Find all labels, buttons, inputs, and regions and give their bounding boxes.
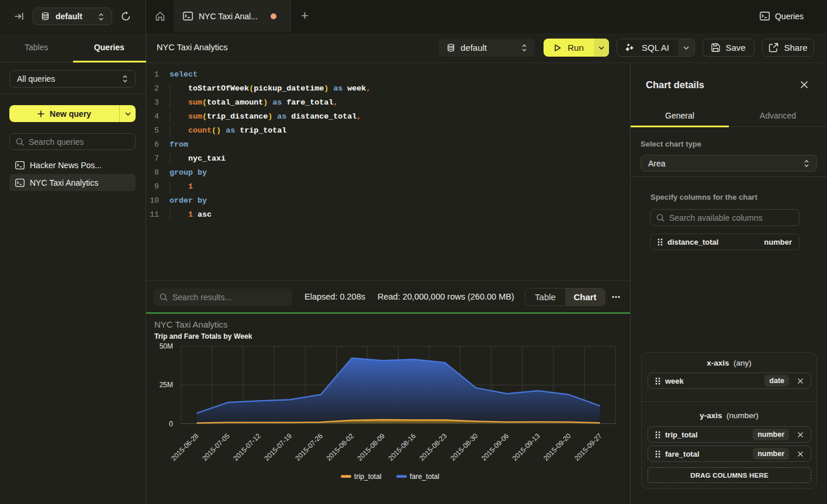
svg-text:Trip and Fare Totals by Week: Trip and Fare Totals by Week xyxy=(154,332,252,340)
svg-text:0: 0 xyxy=(169,420,173,428)
svg-text:2015-09-06: 2015-09-06 xyxy=(480,432,511,463)
svg-text:2015-09-27: 2015-09-27 xyxy=(573,432,604,463)
svg-text:50M: 50M xyxy=(160,342,173,350)
svg-text:2015-08-23: 2015-08-23 xyxy=(418,432,449,463)
svg-text:2015-08-09: 2015-08-09 xyxy=(356,432,387,463)
svg-text:2015-08-16: 2015-08-16 xyxy=(387,432,418,463)
svg-text:2015-08-30: 2015-08-30 xyxy=(449,432,480,463)
svg-text:2015-09-13: 2015-09-13 xyxy=(511,432,542,463)
svg-text:2015-07-05: 2015-07-05 xyxy=(200,432,231,463)
svg-text:trip_total: trip_total xyxy=(354,472,382,481)
svg-text:2015-07-19: 2015-07-19 xyxy=(262,432,293,463)
svg-text:NYC Taxi Analytics: NYC Taxi Analytics xyxy=(154,319,228,329)
svg-text:2015-08-02: 2015-08-02 xyxy=(324,432,355,463)
svg-text:fare_total: fare_total xyxy=(410,472,440,481)
svg-text:2015-07-26: 2015-07-26 xyxy=(293,432,324,463)
svg-text:2015-07-12: 2015-07-12 xyxy=(231,432,262,463)
svg-text:2015-09-20: 2015-09-20 xyxy=(542,432,573,463)
svg-text:2015-06-28: 2015-06-28 xyxy=(169,432,200,463)
svg-text:25M: 25M xyxy=(160,381,173,389)
